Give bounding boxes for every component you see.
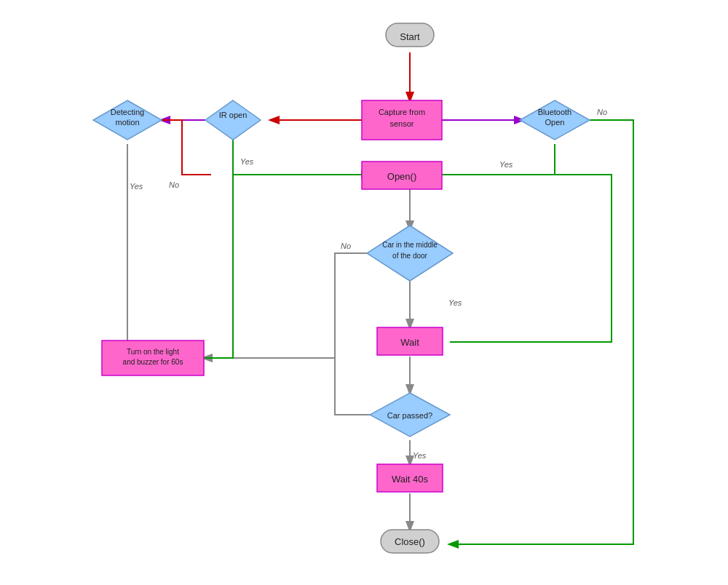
node-turnon-label2: and buzzer for 60s (123, 358, 183, 366)
node-carpassed-label: Car passed? (387, 411, 432, 420)
node-close-label: Close() (395, 536, 425, 547)
edge-bluetooth-open (428, 144, 555, 175)
label-carpassed-yes: Yes (413, 451, 427, 460)
node-turnon-label1: Turn on the light (127, 348, 179, 356)
node-bluetooth-label2: Open (545, 118, 565, 127)
node-capture-label2: sensor (389, 119, 414, 128)
edge-bluetooth-no-close (450, 120, 633, 544)
node-detecting-label2: motion (115, 118, 139, 127)
diagram-container: Yes Yes No Yes No No Yes No Yes (0, 0, 728, 585)
edge-turnon-open-green (204, 120, 233, 358)
node-wait-label: Wait (400, 337, 419, 348)
node-start-label: Start (400, 31, 420, 42)
node-capture-label1: Capture from (379, 108, 425, 116)
node-open-label: Open() (387, 171, 416, 182)
edge-carpassed-no (204, 358, 379, 415)
label-bluetooth-yes: Yes (499, 160, 513, 169)
node-bluetooth-label1: Bluetooth (538, 108, 571, 116)
node-carmiddle-label2: of the door (392, 252, 427, 260)
node-carmiddle-label1: Car in the middle (382, 241, 438, 249)
node-iropen-label1: IR open (219, 111, 248, 119)
edge-carmiddle-no (204, 253, 379, 358)
edge-green-wait-open (428, 175, 612, 342)
node-wait40-label: Wait 40s (392, 474, 429, 485)
label-detecting-no: No (169, 180, 179, 189)
label-bluetooth-no: No (597, 108, 607, 116)
edge-detecting-no (162, 120, 211, 175)
label-carmiddle-no: No (341, 242, 351, 250)
label-carmiddle-yes: Yes (448, 298, 462, 307)
label-iropen-yes: Yes (240, 157, 254, 166)
flowchart-svg: Yes Yes No Yes No No Yes No Yes (0, 0, 728, 585)
edge-detecting-yes (113, 144, 127, 358)
node-detecting-label1: Detecting (111, 108, 144, 116)
label-detecting-yes: Yes (130, 182, 143, 191)
node-iropen (205, 100, 261, 140)
